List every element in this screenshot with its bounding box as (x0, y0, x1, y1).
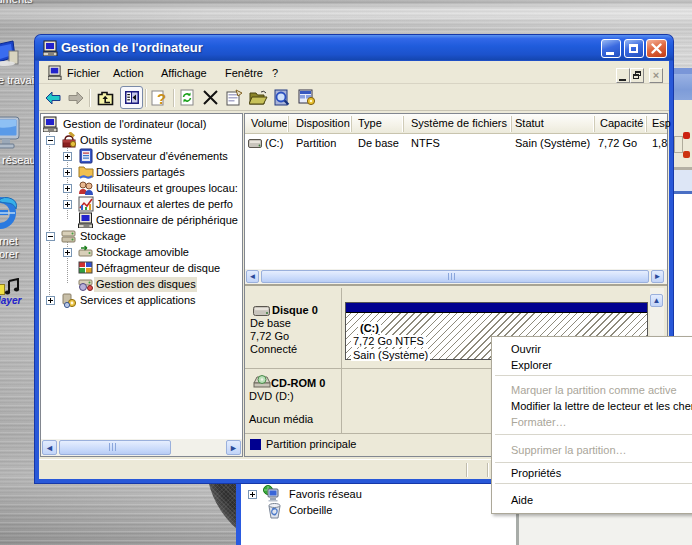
svg-text:?: ? (157, 90, 166, 106)
